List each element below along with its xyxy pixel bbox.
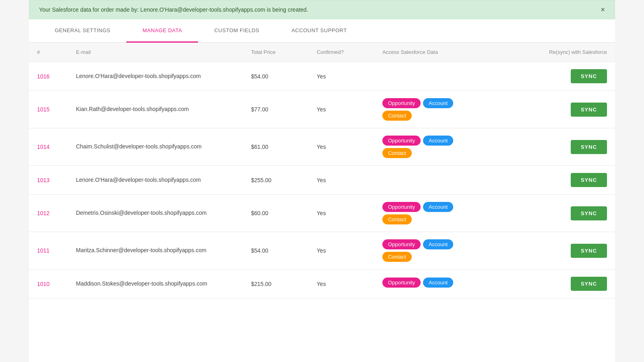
sync-cell: SYNC	[516, 62, 615, 91]
col-header-price: Total Price	[243, 43, 309, 62]
sync-cell: SYNC	[516, 166, 615, 195]
col-header-email: E-mail	[68, 43, 243, 62]
order-confirmed: Yes	[309, 91, 374, 128]
table-row: 1015Kian.Rath@developer-tools.shopifyapp…	[29, 91, 615, 128]
col-header-access: Access Salesforce Data	[374, 43, 516, 62]
order-price: $61.00	[243, 128, 309, 166]
badge-opportunity: Opportunity	[382, 202, 421, 212]
nav-tabs: GENERAL SETTINGS MANAGE DATA CUSTOM FIEL…	[29, 19, 615, 43]
order-email: Chaim.Schulist@developer-tools.shopifyap…	[68, 128, 243, 166]
order-price: $54.00	[243, 232, 309, 269]
table-row: 1011Maritza.Schinner@developer-tools.sho…	[29, 232, 615, 269]
badge-opportunity: Opportunity	[382, 98, 421, 108]
sync-button[interactable]: SYNC	[571, 69, 607, 83]
sync-cell: SYNC	[516, 91, 615, 128]
col-header-resync: Re(sync) with Salesforce	[516, 43, 615, 62]
order-badges: OpportunityAccount	[374, 269, 516, 298]
order-badges: OpportunityAccountContact	[374, 195, 516, 232]
order-email: Kian.Rath@developer-tools.shopifyapps.co…	[68, 91, 243, 128]
table-row: 1012Demetris.Osinski@developer-tools.sho…	[29, 195, 615, 232]
page-wrapper: Your Salesforce data for order made by: …	[29, 0, 615, 362]
order-id: 1014	[29, 128, 68, 166]
order-id: 1012	[29, 195, 68, 232]
order-price: $60.00	[243, 195, 309, 232]
alert-close-button[interactable]: ×	[601, 6, 605, 13]
order-id: 1011	[29, 232, 68, 269]
sync-cell: SYNC	[516, 269, 615, 298]
order-id: 1013	[29, 166, 68, 195]
badge-opportunity: Opportunity	[382, 239, 421, 249]
order-id: 1010	[29, 269, 68, 298]
alert-message: Your Salesforce data for order made by: …	[39, 6, 308, 13]
order-badges	[374, 62, 516, 91]
badge-opportunity: Opportunity	[382, 278, 421, 288]
order-price: $77.00	[243, 91, 309, 128]
sync-button[interactable]: SYNC	[571, 244, 607, 258]
order-badges: OpportunityAccountContact	[374, 232, 516, 269]
tab-manage-data[interactable]: MANAGE DATA	[126, 19, 198, 43]
order-email: Demetris.Osinski@developer-tools.shopify…	[68, 195, 243, 232]
sync-button[interactable]: SYNC	[571, 173, 607, 187]
orders-table: # E-mail Total Price Confirmed? Access S…	[29, 43, 615, 298]
sync-button[interactable]: SYNC	[571, 140, 607, 154]
table-header-row: # E-mail Total Price Confirmed? Access S…	[29, 43, 615, 62]
badge-account: Account	[423, 202, 453, 212]
badge-account: Account	[423, 278, 453, 288]
badge-account: Account	[423, 239, 453, 249]
col-header-hash: #	[29, 43, 68, 62]
order-price: $54.00	[243, 62, 309, 91]
table-row: 1010Maddison.Stokes@developer-tools.shop…	[29, 269, 615, 298]
order-badges	[374, 166, 516, 195]
tab-account-support[interactable]: ACCOUNT SUPPORT	[275, 19, 363, 43]
sync-button[interactable]: SYNC	[571, 103, 607, 117]
tab-general-settings[interactable]: GENERAL SETTINGS	[39, 19, 126, 43]
sync-cell: SYNC	[516, 232, 615, 269]
order-confirmed: Yes	[309, 232, 374, 269]
badge-contact: Contact	[382, 252, 412, 262]
badge-contact: Contact	[382, 214, 412, 224]
order-confirmed: Yes	[309, 128, 374, 166]
order-price: $255.00	[243, 166, 309, 195]
order-badges: OpportunityAccountContact	[374, 128, 516, 166]
sync-button[interactable]: SYNC	[571, 277, 607, 291]
tab-custom-fields[interactable]: CUSTOM FIELDS	[198, 19, 275, 43]
sync-button[interactable]: SYNC	[571, 206, 607, 220]
sync-cell: SYNC	[516, 128, 615, 166]
order-id: 1016	[29, 62, 68, 91]
table-row: 1013Lenore.O'Hara@developer-tools.shopif…	[29, 166, 615, 195]
alert-banner: Your Salesforce data for order made by: …	[29, 0, 615, 19]
badge-contact: Contact	[382, 148, 412, 158]
order-confirmed: Yes	[309, 62, 374, 91]
order-email: Maddison.Stokes@developer-tools.shopifya…	[68, 269, 243, 298]
order-confirmed: Yes	[309, 195, 374, 232]
order-confirmed: Yes	[309, 269, 374, 298]
order-badges: OpportunityAccountContact	[374, 91, 516, 128]
order-email: Maritza.Schinner@developer-tools.shopify…	[68, 232, 243, 269]
order-price: $215.00	[243, 269, 309, 298]
order-id: 1015	[29, 91, 68, 128]
badge-opportunity: Opportunity	[382, 136, 421, 146]
badge-contact: Contact	[382, 111, 412, 121]
order-email: Lenore.O'Hara@developer-tools.shopifyapp…	[68, 166, 243, 195]
order-email: Lenore.O'Hara@developer-tools.shopifyapp…	[68, 62, 243, 91]
badge-account: Account	[423, 98, 453, 108]
table-row: 1014Chaim.Schulist@developer-tools.shopi…	[29, 128, 615, 166]
table-row: 1016Lenore.O'Hara@developer-tools.shopif…	[29, 62, 615, 91]
col-header-confirmed: Confirmed?	[309, 43, 374, 62]
badge-account: Account	[423, 136, 453, 146]
sync-cell: SYNC	[516, 195, 615, 232]
order-confirmed: Yes	[309, 166, 374, 195]
orders-table-container: # E-mail Total Price Confirmed? Access S…	[29, 43, 615, 298]
